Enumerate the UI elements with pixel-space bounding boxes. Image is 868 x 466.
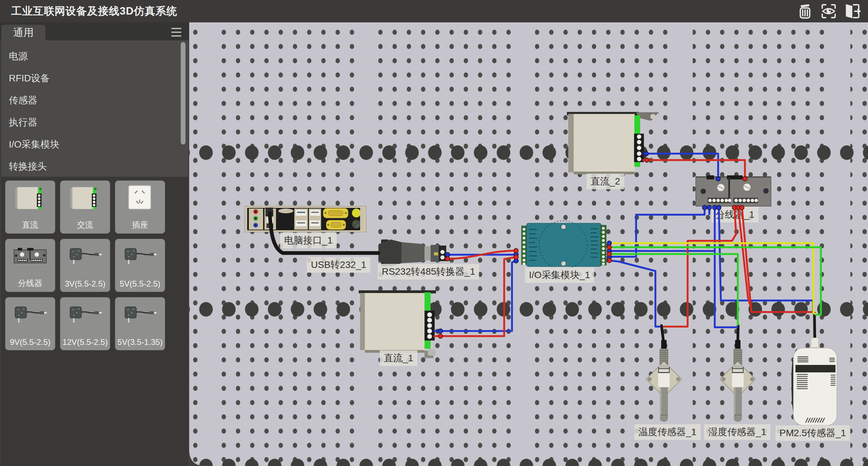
device-palette: 直流 交流 插座 分线器 3V(5.5-2.5) 5V(5.5-2.5) 9V(…: [1, 177, 188, 466]
device-dc1[interactable]: [359, 290, 436, 358]
label-dc2: 直流_2: [587, 174, 624, 189]
palette-item-splitter[interactable]: 分线器: [5, 239, 55, 292]
palette-item-12v[interactable]: 12V(5.5-2.5): [60, 297, 110, 350]
label-usb232: USB转232_1: [307, 257, 370, 273]
palette-item-5v-135[interactable]: 5V(3.5-1.35): [115, 297, 165, 350]
label-splitter: 分线器_1: [711, 207, 758, 222]
focus-view-icon[interactable]: [820, 2, 837, 20]
trash-icon[interactable]: [797, 2, 814, 20]
tab-general[interactable]: 通用: [1, 25, 45, 40]
adapter-thumb: [122, 243, 158, 271]
device-io-module[interactable]: [521, 221, 606, 269]
menu-icon[interactable]: [171, 28, 181, 39]
sidebar: 通用 电源 RFID设备 传感器 执行器 I/O采集模块 转换接头: [0, 22, 189, 466]
category-menu: 电源 RFID设备 传感器 执行器 I/O采集模块 转换接头: [1, 40, 188, 177]
splitter-thumb: [13, 243, 48, 270]
label-humidity: 湿度传感器_1: [704, 424, 770, 440]
label-temp: 温度传感器_1: [634, 424, 701, 440]
palette-item-ac[interactable]: 交流: [60, 180, 110, 234]
menu-item-actuator[interactable]: 执行器: [1, 111, 188, 133]
palette-item-5v[interactable]: 5V(5.5-2.5): [115, 239, 165, 292]
app-title: 工业互联网设备及接线3D仿真系统: [11, 4, 177, 18]
top-bar: 工业互联网设备及接线3D仿真系统: [0, 0, 868, 22]
menu-item-sensor[interactable]: 传感器: [1, 89, 188, 111]
menu-item-rfid[interactable]: RFID设备: [1, 67, 188, 89]
palette-item-socket[interactable]: 插座: [115, 180, 165, 234]
device-splitter[interactable]: [696, 175, 771, 206]
menu-item-io-module[interactable]: I/O采集模块: [1, 133, 188, 155]
adapter-thumb: [122, 302, 158, 329]
exit-icon[interactable]: [843, 2, 861, 20]
adapter-thumb: [67, 302, 103, 329]
menu-scrollbar[interactable]: [181, 42, 185, 144]
simulation-canvas[interactable]: 直流_2 分线器_1 电脑接口_1 USB转232_1 RS232转485转换器…: [189, 22, 868, 466]
sidebar-tab-row: 通用: [0, 22, 189, 40]
device-pc-interface[interactable]: [245, 206, 366, 232]
adapter-thumb: [67, 243, 103, 271]
label-rs232: RS232转485转换器_1: [378, 264, 479, 279]
label-pm25: PM2.5传感器_1: [775, 425, 850, 441]
adapter-thumb: [12, 302, 48, 329]
palette-item-9v[interactable]: 9V(5.5-2.5): [5, 297, 55, 350]
dc-module-thumb: [13, 185, 47, 211]
label-dc1: 直流_1: [380, 350, 417, 366]
label-pc: 电脑接口_1: [280, 233, 337, 248]
socket-thumb: [123, 185, 157, 211]
palette-item-3v[interactable]: 3V(5.5-2.5): [60, 239, 110, 292]
palette-item-dc[interactable]: 直流: [5, 180, 55, 234]
ac-module-thumb: [68, 185, 102, 211]
menu-item-power[interactable]: 电源: [1, 45, 188, 67]
menu-item-adapter[interactable]: 转换接头: [1, 155, 188, 177]
label-io: I/O采集模块_1: [525, 267, 594, 283]
